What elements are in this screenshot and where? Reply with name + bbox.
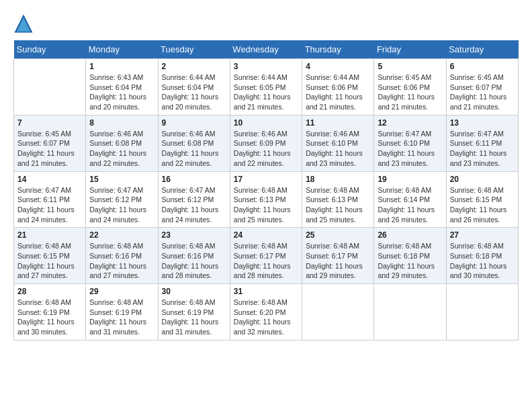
calendar-cell: 30Sunrise: 6:48 AM Sunset: 6:19 PM Dayli… [158, 284, 230, 340]
day-info: Sunrise: 6:47 AM Sunset: 6:12 PM Dayligh… [89, 185, 154, 225]
day-number: 25 [306, 230, 370, 240]
day-info: Sunrise: 6:46 AM Sunset: 6:08 PM Dayligh… [162, 129, 226, 169]
day-number: 26 [378, 230, 442, 240]
logo-icon [13, 13, 34, 34]
column-header-sunday: Sunday [14, 40, 86, 59]
day-number: 29 [89, 287, 154, 296]
week-row-5: 28Sunrise: 6:48 AM Sunset: 6:19 PM Dayli… [14, 284, 519, 340]
week-row-1: 1Sunrise: 6:43 AM Sunset: 6:04 PM Daylig… [14, 59, 519, 116]
calendar-cell: 20Sunrise: 6:48 AM Sunset: 6:15 PM Dayli… [446, 171, 518, 228]
column-header-wednesday: Wednesday [230, 40, 302, 59]
day-number: 2 [162, 62, 226, 71]
day-number: 19 [378, 175, 442, 184]
calendar-cell: 6Sunrise: 6:45 AM Sunset: 6:07 PM Daylig… [446, 59, 518, 116]
calendar-cell [446, 284, 518, 340]
day-number: 31 [234, 287, 298, 296]
header-row: SundayMondayTuesdayWednesdayThursdayFrid… [14, 40, 519, 59]
day-info: Sunrise: 6:48 AM Sunset: 6:13 PM Dayligh… [234, 185, 298, 225]
calendar-cell: 14Sunrise: 6:47 AM Sunset: 6:11 PM Dayli… [14, 171, 86, 228]
day-number: 28 [17, 287, 82, 296]
day-info: Sunrise: 6:45 AM Sunset: 6:07 PM Dayligh… [17, 129, 82, 169]
day-number: 5 [378, 62, 442, 71]
week-row-4: 21Sunrise: 6:48 AM Sunset: 6:15 PM Dayli… [14, 228, 519, 284]
calendar-cell: 21Sunrise: 6:48 AM Sunset: 6:15 PM Dayli… [14, 228, 86, 284]
calendar-cell: 31Sunrise: 6:48 AM Sunset: 6:20 PM Dayli… [230, 284, 302, 340]
calendar-cell: 5Sunrise: 6:45 AM Sunset: 6:06 PM Daylig… [374, 59, 446, 116]
calendar-cell [14, 59, 86, 116]
calendar-cell: 11Sunrise: 6:46 AM Sunset: 6:10 PM Dayli… [302, 115, 374, 171]
column-header-monday: Monday [86, 40, 158, 59]
day-info: Sunrise: 6:48 AM Sunset: 6:18 PM Dayligh… [378, 241, 442, 281]
logo [13, 13, 36, 34]
day-info: Sunrise: 6:45 AM Sunset: 6:06 PM Dayligh… [378, 73, 442, 112]
calendar-cell: 8Sunrise: 6:46 AM Sunset: 6:08 PM Daylig… [86, 115, 158, 171]
week-row-2: 7Sunrise: 6:45 AM Sunset: 6:07 PM Daylig… [14, 115, 519, 171]
calendar-cell: 22Sunrise: 6:48 AM Sunset: 6:16 PM Dayli… [86, 228, 158, 284]
day-info: Sunrise: 6:48 AM Sunset: 6:18 PM Dayligh… [450, 241, 515, 281]
day-info: Sunrise: 6:44 AM Sunset: 6:05 PM Dayligh… [234, 73, 298, 112]
calendar-cell: 1Sunrise: 6:43 AM Sunset: 6:04 PM Daylig… [86, 59, 158, 116]
calendar-cell: 10Sunrise: 6:46 AM Sunset: 6:09 PM Dayli… [230, 115, 302, 171]
day-number: 7 [17, 118, 82, 128]
day-number: 24 [234, 230, 298, 240]
column-header-friday: Friday [374, 40, 446, 59]
day-info: Sunrise: 6:44 AM Sunset: 6:06 PM Dayligh… [306, 73, 370, 112]
day-info: Sunrise: 6:48 AM Sunset: 6:15 PM Dayligh… [450, 185, 515, 225]
day-number: 20 [450, 175, 515, 184]
calendar-cell: 26Sunrise: 6:48 AM Sunset: 6:18 PM Dayli… [374, 228, 446, 284]
column-header-thursday: Thursday [302, 40, 374, 59]
day-number: 16 [162, 175, 226, 184]
page-header [13, 13, 519, 34]
calendar-cell [374, 284, 446, 340]
day-number: 14 [17, 175, 82, 184]
day-info: Sunrise: 6:45 AM Sunset: 6:07 PM Dayligh… [450, 73, 515, 112]
calendar-cell: 7Sunrise: 6:45 AM Sunset: 6:07 PM Daylig… [14, 115, 86, 171]
day-number: 18 [306, 175, 370, 184]
day-info: Sunrise: 6:48 AM Sunset: 6:17 PM Dayligh… [234, 241, 298, 281]
day-number: 3 [234, 62, 298, 71]
day-info: Sunrise: 6:48 AM Sunset: 6:19 PM Dayligh… [162, 298, 226, 337]
calendar-cell: 4Sunrise: 6:44 AM Sunset: 6:06 PM Daylig… [302, 59, 374, 116]
calendar-cell: 24Sunrise: 6:48 AM Sunset: 6:17 PM Dayli… [230, 228, 302, 284]
column-header-saturday: Saturday [446, 40, 518, 59]
calendar-cell: 15Sunrise: 6:47 AM Sunset: 6:12 PM Dayli… [86, 171, 158, 228]
calendar-cell: 9Sunrise: 6:46 AM Sunset: 6:08 PM Daylig… [158, 115, 230, 171]
day-number: 22 [89, 230, 154, 240]
day-number: 30 [162, 287, 226, 296]
day-info: Sunrise: 6:48 AM Sunset: 6:17 PM Dayligh… [306, 241, 370, 281]
calendar-cell: 3Sunrise: 6:44 AM Sunset: 6:05 PM Daylig… [230, 59, 302, 116]
day-info: Sunrise: 6:48 AM Sunset: 6:19 PM Dayligh… [89, 298, 154, 337]
calendar-cell: 13Sunrise: 6:47 AM Sunset: 6:11 PM Dayli… [446, 115, 518, 171]
calendar-cell: 27Sunrise: 6:48 AM Sunset: 6:18 PM Dayli… [446, 228, 518, 284]
day-number: 23 [162, 230, 226, 240]
day-info: Sunrise: 6:43 AM Sunset: 6:04 PM Dayligh… [89, 73, 154, 112]
calendar-cell [302, 284, 374, 340]
calendar-cell: 16Sunrise: 6:47 AM Sunset: 6:12 PM Dayli… [158, 171, 230, 228]
day-number: 8 [89, 118, 154, 128]
day-info: Sunrise: 6:48 AM Sunset: 6:13 PM Dayligh… [306, 185, 370, 225]
calendar-cell: 12Sunrise: 6:47 AM Sunset: 6:10 PM Dayli… [374, 115, 446, 171]
calendar-cell: 2Sunrise: 6:44 AM Sunset: 6:04 PM Daylig… [158, 59, 230, 116]
day-info: Sunrise: 6:48 AM Sunset: 6:14 PM Dayligh… [378, 185, 442, 225]
day-info: Sunrise: 6:47 AM Sunset: 6:10 PM Dayligh… [378, 129, 442, 169]
day-number: 10 [234, 118, 298, 128]
day-info: Sunrise: 6:47 AM Sunset: 6:12 PM Dayligh… [162, 185, 226, 225]
calendar-cell: 29Sunrise: 6:48 AM Sunset: 6:19 PM Dayli… [86, 284, 158, 340]
calendar-cell: 23Sunrise: 6:48 AM Sunset: 6:16 PM Dayli… [158, 228, 230, 284]
day-info: Sunrise: 6:46 AM Sunset: 6:08 PM Dayligh… [89, 129, 154, 169]
day-number: 9 [162, 118, 226, 128]
day-number: 21 [17, 230, 82, 240]
calendar-cell: 28Sunrise: 6:48 AM Sunset: 6:19 PM Dayli… [14, 284, 86, 340]
calendar-cell: 25Sunrise: 6:48 AM Sunset: 6:17 PM Dayli… [302, 228, 374, 284]
day-number: 27 [450, 230, 515, 240]
day-number: 1 [89, 62, 154, 71]
day-info: Sunrise: 6:47 AM Sunset: 6:11 PM Dayligh… [450, 129, 515, 169]
calendar-cell: 17Sunrise: 6:48 AM Sunset: 6:13 PM Dayli… [230, 171, 302, 228]
day-info: Sunrise: 6:46 AM Sunset: 6:10 PM Dayligh… [306, 129, 370, 169]
calendar-cell: 18Sunrise: 6:48 AM Sunset: 6:13 PM Dayli… [302, 171, 374, 228]
day-info: Sunrise: 6:47 AM Sunset: 6:11 PM Dayligh… [17, 185, 82, 225]
day-info: Sunrise: 6:48 AM Sunset: 6:19 PM Dayligh… [17, 298, 82, 337]
calendar-cell: 19Sunrise: 6:48 AM Sunset: 6:14 PM Dayli… [374, 171, 446, 228]
day-number: 15 [89, 175, 154, 184]
day-info: Sunrise: 6:48 AM Sunset: 6:15 PM Dayligh… [17, 241, 82, 281]
